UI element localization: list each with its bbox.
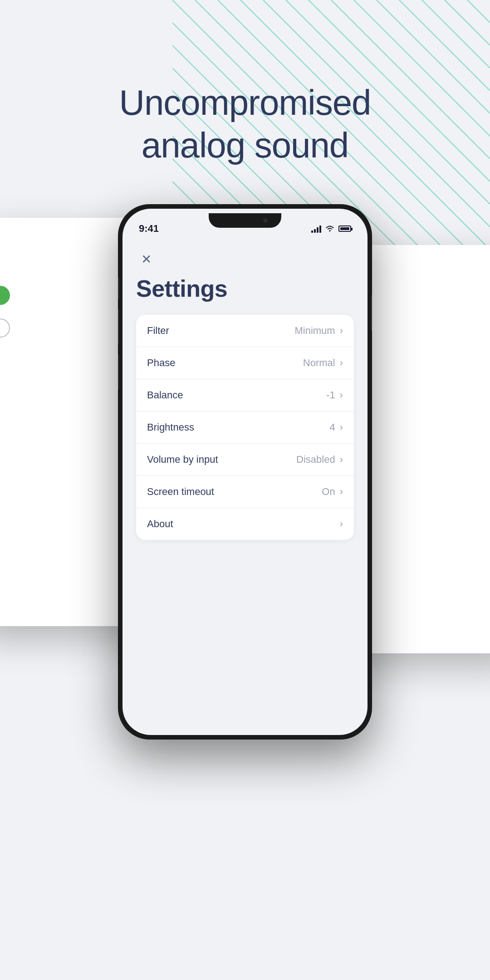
settings-row-right-phase: Normal › <box>303 357 343 369</box>
chevron-about-icon: › <box>340 518 343 530</box>
settings-row-right-brightness: 4 › <box>329 421 343 433</box>
settings-label-about: About <box>147 518 173 530</box>
svg-line-12 <box>445 0 490 45</box>
chevron-phase-icon: › <box>340 357 343 369</box>
svg-line-10 <box>399 0 490 91</box>
settings-label-volume-by-input: Volume by input <box>147 454 218 466</box>
phone-notch <box>209 213 281 228</box>
left-phone-circle-indicator <box>0 318 10 338</box>
phone-power-button <box>371 295 372 331</box>
svg-line-13 <box>467 0 490 23</box>
headline-line2: analog sound <box>142 125 348 165</box>
settings-row-brightness[interactable]: Brightness 4 › <box>136 412 354 444</box>
close-button[interactable]: ✕ <box>136 250 156 270</box>
settings-row-right-volume-by-input: Disabled › <box>296 454 343 466</box>
settings-row-volume-by-input[interactable]: Volume by input Disabled › <box>136 444 354 476</box>
settings-row-right-screen-timeout: On › <box>322 486 343 498</box>
svg-point-41 <box>329 230 331 232</box>
signal-icon <box>311 225 321 233</box>
settings-value-screen-timeout: On <box>322 486 335 498</box>
phone-mute-button <box>118 277 119 299</box>
settings-value-phase: Normal <box>303 357 335 369</box>
settings-value-balance: -1 <box>326 389 335 401</box>
settings-label-balance: Balance <box>147 389 183 401</box>
chevron-volume-by-input-icon: › <box>340 454 343 466</box>
settings-label-screen-timeout: Screen timeout <box>147 486 214 498</box>
settings-value-brightness: 4 <box>329 421 335 433</box>
battery-icon <box>338 225 351 232</box>
phone-main: 9:41 <box>118 204 372 740</box>
settings-row-about[interactable]: About › <box>136 508 354 540</box>
settings-label-phase: Phase <box>147 357 175 369</box>
settings-row-right-filter: Minimum › <box>294 325 343 337</box>
status-icons <box>311 225 351 233</box>
settings-value-filter: Minimum <box>294 325 335 337</box>
settings-row-right-balance: -1 › <box>326 389 343 401</box>
chevron-screen-timeout-icon: › <box>340 486 343 498</box>
settings-label-filter: Filter <box>147 325 169 337</box>
headline-section: Uncompromised analog sound <box>0 82 490 167</box>
chevron-balance-icon: › <box>340 389 343 401</box>
settings-row-balance[interactable]: Balance -1 › <box>136 379 354 412</box>
settings-row-filter[interactable]: Filter Minimum › <box>136 315 354 347</box>
status-time: 9:41 <box>139 223 159 235</box>
phone-screen: 9:41 <box>122 209 368 735</box>
phone-volume-down-button <box>118 354 119 390</box>
settings-row-right-about: › <box>335 518 343 530</box>
settings-label-brightness: Brightness <box>147 421 194 433</box>
phone-volume-up-button <box>118 309 119 345</box>
wifi-icon <box>325 225 335 232</box>
settings-title: Settings <box>136 275 354 302</box>
settings-screen: ✕ Settings Filter Minimum › Phase <box>122 240 368 554</box>
headline-line1: Uncompromised <box>119 83 371 122</box>
headline-text: Uncompromised analog sound <box>0 82 490 167</box>
close-icon: ✕ <box>141 253 152 266</box>
chevron-filter-icon: › <box>340 325 343 337</box>
svg-line-11 <box>422 0 490 68</box>
chevron-brightness-icon: › <box>340 421 343 433</box>
settings-value-volume-by-input: Disabled <box>296 454 335 466</box>
left-phone-green-indicator <box>0 286 10 305</box>
settings-row-phase[interactable]: Phase Normal › <box>136 347 354 379</box>
settings-card: Filter Minimum › Phase Normal › <box>136 315 354 540</box>
settings-row-screen-timeout[interactable]: Screen timeout On › <box>136 476 354 508</box>
